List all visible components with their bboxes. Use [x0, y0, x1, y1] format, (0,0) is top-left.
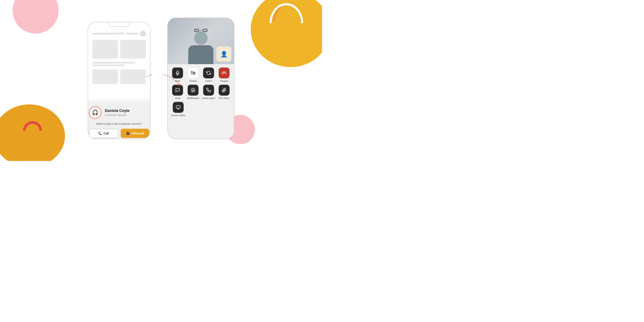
hangup-icon [219, 68, 230, 78]
svg-rect-6 [176, 106, 180, 108]
phone-line-2 [92, 64, 124, 66]
phone-title-bar [92, 33, 124, 34]
right-phone-mockup: 👤 Mute [167, 18, 234, 139]
phone-right-inner: 👤 Mute [168, 18, 234, 139]
self-view-thumbnail: 👤 [216, 46, 232, 62]
enable-label: Enable [190, 80, 197, 82]
switch-button[interactable]: Switch [202, 68, 215, 82]
enable-button[interactable]: Enable [186, 68, 200, 82]
chat-icon [172, 85, 183, 96]
video-icon: 🎥 [126, 132, 130, 135]
controls-area: Mute Enable Switch [168, 64, 234, 120]
phone-text-lines [92, 62, 147, 66]
agent-name: Daniela Coyle [105, 108, 130, 113]
screen-share-icon [173, 102, 184, 113]
phone-header-bar [92, 30, 147, 36]
main-content: 🎧 Daniela Coyle Customer Service Want to… [0, 0, 322, 161]
headset-icon: 🎧 [92, 110, 98, 116]
controls-row-1: Mute Enable Switch [171, 68, 230, 82]
controls-row-3: Screen Share [171, 102, 230, 116]
call-action-buttons: 📞 Call 🎥 Videocall [89, 129, 149, 138]
call-popup-card: 🎧 Daniela Coyle Customer Service Want to… [88, 101, 150, 139]
self-view-user-icon: 👤 [220, 51, 228, 58]
call-question-text: Want to talk to the Customer service? [89, 122, 149, 125]
switch-label: Switch [205, 80, 212, 82]
chat-label: Chat [175, 97, 180, 99]
phone-subtitle-bar [126, 33, 138, 34]
phone-icon: 📞 [98, 132, 102, 135]
agent-info: Daniela Coyle Customer Service [105, 108, 130, 116]
svg-point-5 [191, 88, 195, 92]
phone-line-1 [92, 62, 135, 64]
controls-row-2: Chat Whiteboard Audio outp [171, 85, 230, 99]
phone-card-4 [120, 70, 146, 84]
hangup-button[interactable]: Hangup [218, 68, 230, 82]
screen-share-button[interactable]: Screen Share [171, 102, 185, 116]
left-phone-container: 🎧 Daniela Coyle Customer Service Want to… [88, 22, 150, 139]
glasses-hint [194, 29, 208, 32]
file-share-button[interactable]: File Share [218, 85, 230, 99]
left-phone-mockup: 🎧 Daniela Coyle Customer Service Want to… [88, 22, 150, 139]
file-share-icon [219, 85, 230, 96]
phone-left-content [88, 22, 150, 88]
phone-card-3 [92, 70, 118, 84]
mute-button[interactable]: Mute [171, 68, 184, 82]
person-body [188, 45, 214, 64]
switch-icon [203, 68, 214, 78]
phone-avatar-circle [140, 30, 146, 36]
hangup-label: Hangup [220, 80, 228, 82]
phone-notch-left [108, 22, 130, 27]
agent-avatar: 🎧 [89, 106, 102, 119]
chat-button[interactable]: Chat [171, 85, 184, 99]
call-button[interactable]: 📞 Call [89, 129, 118, 138]
phone-card-2 [120, 40, 146, 59]
videocall-button[interactable]: 🎥 Videocall [121, 129, 149, 138]
audio-output-button[interactable]: Audio output [202, 85, 215, 99]
call-label: Call [104, 132, 109, 135]
mute-icon [172, 68, 183, 78]
enable-icon [188, 68, 198, 78]
whiteboard-button[interactable]: Whiteboard [186, 85, 200, 99]
agent-role: Customer Service [105, 114, 130, 116]
call-popup-header: 🎧 Daniela Coyle Customer Service [89, 106, 149, 119]
audio-output-label: Audio output [202, 97, 215, 99]
person-head [194, 32, 208, 45]
person-figure [188, 32, 214, 64]
audio-output-icon [203, 85, 214, 96]
phone-card-grid-2 [92, 68, 147, 85]
whiteboard-icon [188, 85, 198, 96]
phone-card-grid [92, 39, 147, 60]
file-share-label: File Share [219, 97, 229, 99]
videocall-label: Videocall [131, 132, 144, 135]
whiteboard-label: Whiteboard [187, 97, 199, 99]
phone-card-1 [92, 40, 118, 59]
video-area: 👤 [168, 18, 234, 64]
right-phone-container: 👤 Mute [167, 18, 234, 139]
mute-label: Mute [175, 80, 180, 82]
screen-share-label: Screen Share [171, 114, 185, 116]
